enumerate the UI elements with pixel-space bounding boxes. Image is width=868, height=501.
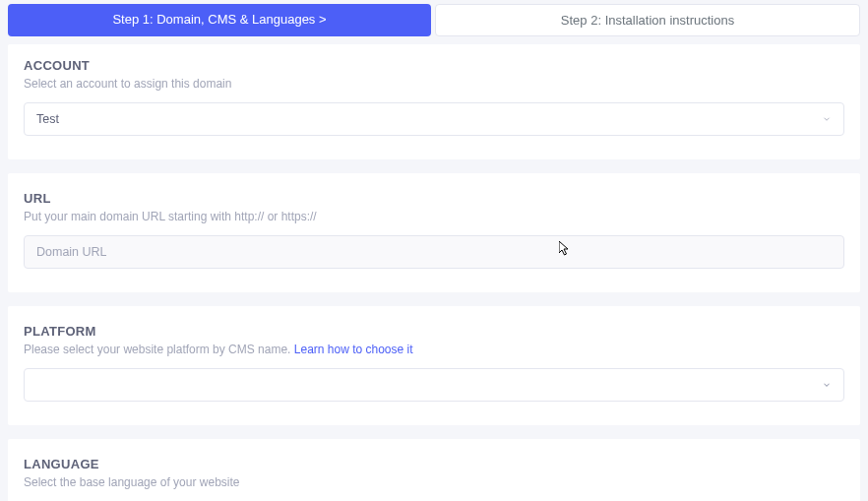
url-input[interactable] xyxy=(36,245,832,259)
platform-title: PLATFORM xyxy=(24,324,844,339)
url-input-wrapper xyxy=(24,235,844,269)
platform-card: PLATFORM Please select your website plat… xyxy=(8,306,860,425)
url-desc: Put your main domain URL starting with h… xyxy=(24,210,844,223)
chevron-down-icon xyxy=(822,114,832,124)
step-2-tab[interactable]: Step 2: Installation instructions xyxy=(435,4,860,36)
platform-learn-link[interactable]: Learn how to choose it xyxy=(294,343,413,356)
account-card: ACCOUNT Select an account to assign this… xyxy=(8,44,860,159)
account-title: ACCOUNT xyxy=(24,58,844,73)
account-select-value: Test xyxy=(36,112,59,126)
platform-select[interactable] xyxy=(24,368,844,402)
platform-desc: Please select your website platform by C… xyxy=(24,343,844,356)
language-desc: Select the base language of your website xyxy=(24,475,844,489)
url-title: URL xyxy=(24,191,844,206)
account-desc: Select an account to assign this domain xyxy=(24,77,844,91)
language-title: LANGUAGE xyxy=(24,457,844,471)
chevron-down-icon xyxy=(822,380,832,390)
url-card: URL Put your main domain URL starting wi… xyxy=(8,173,860,292)
step-1-tab[interactable]: Step 1: Domain, CMS & Languages > xyxy=(8,4,431,36)
steps-nav: Step 1: Domain, CMS & Languages > Step 2… xyxy=(0,0,868,36)
language-card: LANGUAGE Select the base language of you… xyxy=(8,439,860,501)
account-select[interactable]: Test xyxy=(24,102,844,136)
